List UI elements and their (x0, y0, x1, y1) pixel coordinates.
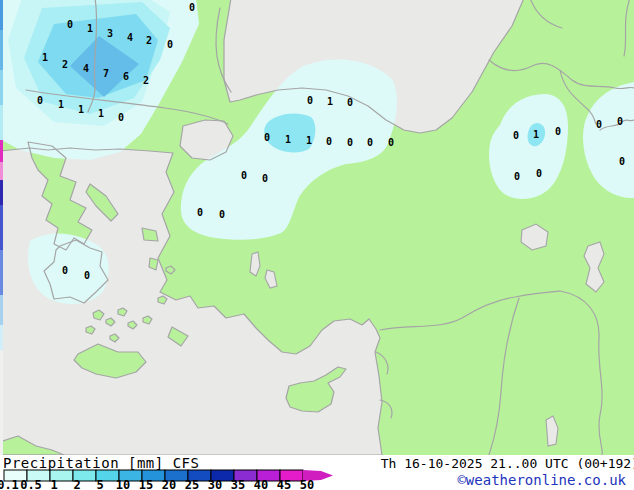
precip-value: 0 (118, 112, 124, 123)
precip-value: 1 (78, 104, 84, 115)
precip-value: 4 (83, 63, 89, 74)
precip-value: 3 (107, 28, 113, 39)
precip-value: 1 (98, 108, 104, 119)
precip-value: 0 (67, 19, 73, 30)
precip-value: 0 (347, 137, 353, 148)
forecast-timestamp: Th 16-10-2025 21..00 UTC (00+192) (381, 456, 634, 471)
precip-value: 0 (367, 137, 373, 148)
legend-area: 0.10.5125101520253035404550 Precipitatio… (0, 455, 634, 490)
precip-value: 2 (146, 35, 152, 46)
legend-tick-label: 20 (162, 478, 176, 490)
precip-value: 2 (143, 75, 149, 86)
legend-tick-label: 25 (185, 478, 199, 490)
precip-value: 0 (167, 39, 173, 50)
precip-value: 0 (617, 116, 623, 127)
legend-tick-label: 10 (116, 478, 130, 490)
precip-value: 1 (533, 129, 539, 140)
weather-map-page: 0013420124762011100100110000000000010000… (0, 0, 634, 490)
legend-tick-label: 45 (277, 478, 291, 490)
precip-value: 0 (241, 170, 247, 181)
legend-tick-label: 0.1 (0, 478, 19, 490)
precip-value: 0 (555, 126, 561, 137)
precip-value: 0 (307, 95, 313, 106)
legend-tick-label: 50 (300, 478, 314, 490)
precip-value: 0 (388, 137, 394, 148)
unit-label: [mm] (128, 455, 164, 471)
precip-value: 0 (264, 132, 270, 143)
precip-value: 0 (326, 136, 332, 147)
precip-value: 0 (37, 95, 43, 106)
precip-value: 1 (87, 23, 93, 34)
legend-title: Precipitation [mm] CFS (3, 455, 199, 471)
legend-tick-label: 0.5 (20, 478, 42, 490)
legend-tick-label: 35 (231, 478, 245, 490)
model-label: CFS (173, 455, 200, 471)
precip-value: 7 (103, 68, 109, 79)
precip-value: 0 (197, 207, 203, 218)
precip-value: 1 (42, 52, 48, 63)
precip-value: 0 (189, 2, 195, 13)
precip-value: 1 (306, 135, 312, 146)
parameter-label: Precipitation (3, 455, 119, 471)
map-edge-colorbar-artifact (0, 0, 3, 455)
precip-value: 0 (514, 171, 520, 182)
legend-tick-label: 30 (208, 478, 222, 490)
precip-value: 1 (285, 134, 291, 145)
precip-value: 4 (127, 32, 133, 43)
legend-tick-label: 1 (50, 478, 57, 490)
legend-tick-label: 5 (96, 478, 103, 490)
precip-value: 0 (347, 97, 353, 108)
precipitation-map: 0013420124762011100100110000000000010000… (0, 0, 634, 455)
legend-tick-label: 15 (139, 478, 153, 490)
precip-value: 0 (619, 156, 625, 167)
legend-tick-label: 40 (254, 478, 268, 490)
precip-value: 1 (327, 96, 333, 107)
precip-value: 0 (513, 130, 519, 141)
precip-value: 0 (536, 168, 542, 179)
precip-value: 0 (84, 270, 90, 281)
precip-value: 1 (58, 99, 64, 110)
copyright-link[interactable]: ©weatheronline.co.uk (457, 472, 626, 488)
precip-value: 0 (219, 209, 225, 220)
legend-tick-label: 2 (73, 478, 80, 490)
map-svg: 0013420124762011100100110000000000010000… (0, 0, 634, 455)
precip-value: 6 (123, 71, 129, 82)
precip-value: 0 (262, 173, 268, 184)
precip-value: 0 (596, 119, 602, 130)
precip-value: 0 (62, 265, 68, 276)
precip-value: 2 (62, 59, 68, 70)
